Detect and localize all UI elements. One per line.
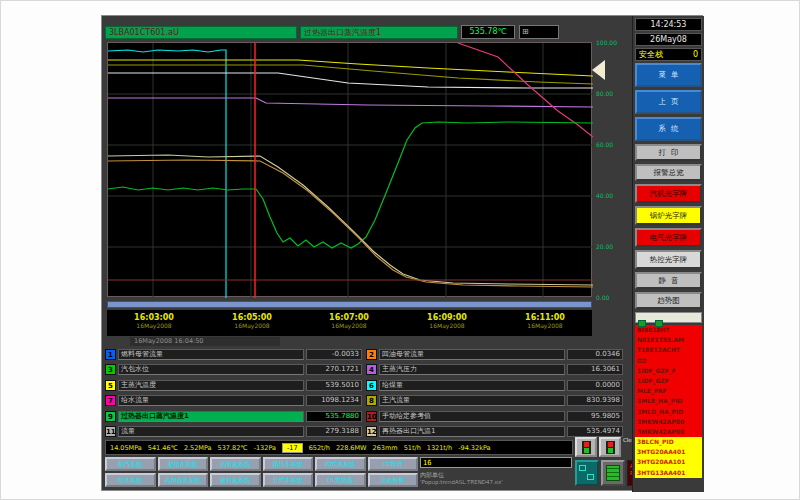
trend-plot-area[interactable] [107,42,592,297]
time-tick-time: 16:03:00 [122,313,186,322]
legend-tag-name: 主蒸汽温度 [118,380,304,391]
menu-button-凝结水系统[interactable]: 凝结水系统 [158,457,209,471]
status-value: 14.05MPa [110,444,142,452]
alarm-tag[interactable]: MLE_PAF [635,386,702,396]
legend-row[interactable]: 1燃料母管流量-0.0033 [105,348,362,361]
y-tick-label: 60.00 [596,141,613,148]
status-value: 2.52MPa [184,444,212,452]
menu-button-循环水系统[interactable]: 循环水系统 [263,457,314,471]
menu-button-高加疏水系统[interactable]: 高加疏水系统 [158,473,209,487]
status-value: 228.6MW [336,444,367,452]
legend-tag-value: -0.0033 [306,349,362,360]
legend-row[interactable]: 4主蒸汽压力16.3061 [366,363,623,376]
legend-row[interactable]: 11流量279.3188 [105,425,362,438]
alarm-tag[interactable]: O2 [635,356,702,366]
info-line-2: 'Popup:trendASL.TREND47.ex' [420,479,503,485]
sidebar-button-静音[interactable]: 静音 [635,272,702,289]
legend-tag-name: 主汽流量 [379,395,565,406]
legend-row[interactable]: 12再热器出口汽温1535.4974 [366,425,623,438]
legend-tag-value: 0.0346 [567,349,623,360]
legend-tag-value: 270.1721 [306,364,362,375]
alarm-tag[interactable]: 3MKW42AP00 [635,417,702,427]
alarm-tag[interactable]: 3HTG20AA101 [635,457,702,467]
alarm-tag[interactable]: N01E1TSS.AM [635,335,702,345]
sidebar-button-汽机光字牌[interactable]: 汽机光字牌 [635,184,702,203]
legend-row[interactable]: 5主蒸汽温度539.5010 [105,379,362,392]
status-value: -132Pa [254,444,276,452]
flow-icon [587,474,594,480]
menu-button-抽汽系统[interactable]: 抽汽系统 [105,457,156,471]
sidebar-button-锅炉光字牌[interactable]: 锅炉光字牌 [635,206,702,225]
menu-button-设点检修[interactable]: 设点检修 [368,473,419,487]
point-indicator-button-1[interactable] [575,437,597,457]
tag-description-bar[interactable]: 过热器出口蒸汽温度1 [300,26,458,39]
point-indicator-button-2[interactable] [599,437,621,457]
legend-tag-name: 给水流量 [118,395,304,406]
menu-button-OL燃烧器[interactable]: OL燃烧器 [315,473,366,487]
time-tick-time: 16:09:00 [415,313,479,322]
sidebar-button-打印[interactable]: 打印 [635,144,702,161]
trend-curve-tan-flow-2 [108,160,593,287]
alarm-tag[interactable]: 1IDF_GZF [635,376,702,386]
sidebar-button-电气光字牌[interactable]: 电气光字牌 [635,228,702,247]
sidebar-button-菜单[interactable]: 菜单 [635,63,702,87]
sidebar-button-报警总览[interactable]: 报警总览 [635,164,702,181]
sidebar-button-趋势图[interactable]: 趋势图 [635,292,702,309]
flow-icon [579,465,586,471]
alarm-tag[interactable]: 3MLD_HA_PID [635,407,702,417]
legend-pen-number: 1 [105,349,116,360]
time-tick-date: 16May2008 [220,322,284,329]
time-tick-date: 16May2008 [122,322,186,329]
tag-name-bar[interactable]: 3LBA01CT601.aU [105,26,297,39]
legend-row[interactable]: 10手动给定参考值95.9805 [366,410,623,423]
legend-pen-number: 2 [366,349,377,360]
legend-row[interactable]: 9过热器出口蒸汽温度1535.7880 [105,410,362,423]
sidebar-button-系统[interactable]: 系统 [635,117,702,141]
menu-button-给水系统[interactable]: 给水系统 [105,473,156,487]
sidebar-button-热控光字牌[interactable]: 热控光字牌 [635,250,702,269]
legend-row[interactable]: 2回油母管流量0.0346 [366,348,623,361]
legend-tag-value: 95.9805 [567,411,623,422]
menu-button-闭式水系统[interactable]: 闭式水系统 [315,457,366,471]
legend-row[interactable]: 8主汽流量830.9398 [366,394,623,407]
trend-curve-olive-temp-2 [108,65,593,84]
command-input[interactable] [420,457,572,468]
expand-box[interactable]: ⊞ [519,25,559,39]
y-tick-label: 100.00 [596,39,617,46]
alarm-tag[interactable]: 3HTG13AA401 [635,468,702,478]
trend-curve-purple-pressure [108,98,593,107]
alarm-tag[interactable]: 3HTG20AA401 [635,447,702,457]
legend-tag-name: 再热器出口汽温1 [379,426,565,437]
alarm-tag[interactable]: 3MKW42AP00 [635,427,702,437]
time-scrollbar[interactable] [107,301,592,308]
alarm-tag[interactable]: T18E12ACHT [635,345,702,355]
date-display: 26May08 [635,33,702,46]
legend-tag-name: 燃料母管流量 [118,349,304,360]
sidebar-button-上页[interactable]: 上页 [635,90,702,114]
alarm-flag-bar[interactable] [635,312,702,323]
legend-row[interactable]: 7给水流量1098.1234 [105,394,362,407]
menu-button-润滑油系统[interactable]: 润滑油系统 [210,457,261,471]
y-tick-label: 0.00 [596,294,609,301]
legend-row[interactable]: 3汽包水位270.1721 [105,363,362,376]
time-tick-date: 16May2008 [415,322,479,329]
legend-row[interactable]: 6给煤量0.0000 [366,379,623,392]
safety-stack-label: 安全栈 [639,49,663,60]
alarm-tag[interactable]: 1IDF_GZF_F [635,366,702,376]
menu-button-密封油系统[interactable]: 密封油系统 [210,473,261,487]
y-tick-label: 40.00 [596,192,613,199]
y-axis-scale: 100.0080.0060.0040.0020.000.00 [594,42,622,304]
flow-diagram-button[interactable] [575,460,599,486]
trend-curves [108,43,593,298]
grid-view-button[interactable] [601,460,625,486]
menu-button-CC操作[interactable]: CC操作 [368,457,419,471]
scale-pointer-icon[interactable] [592,60,605,80]
process-status-bar: 14.05MPa541.46℃2.52MPa537.82℃-132Pa-1765… [105,440,573,455]
legend-tag-name: 给煤量 [379,380,565,391]
alarm-tag[interactable]: 3MLE_HA_PID [635,396,702,406]
alarm-tag[interactable]: 3BLCN_PID [635,437,702,447]
alarm-tag[interactable]: BI9018HT [635,325,702,335]
right-sidebar: 14:24:53 26May08 安全栈 0 菜单上页系统打印报警总览汽机光字牌… [632,16,704,492]
trend-curve-white-temp [108,73,593,88]
menu-button-开式水系统[interactable]: 开式水系统 [263,473,314,487]
